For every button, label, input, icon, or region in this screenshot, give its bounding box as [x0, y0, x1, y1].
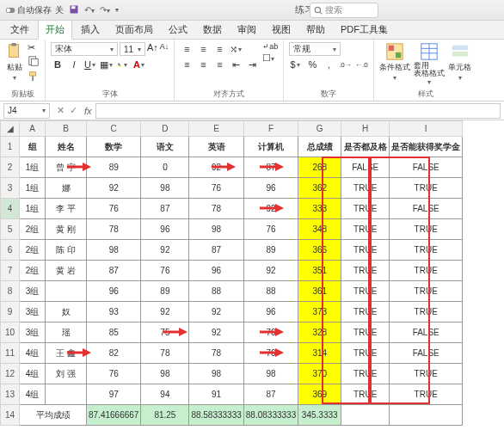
format-painter-icon[interactable] [28, 71, 40, 84]
comma-icon[interactable]: , [322, 58, 335, 71]
cell[interactable]: 85 [87, 322, 141, 343]
col-header-E[interactable]: E [189, 121, 243, 137]
cell[interactable]: 刘 强 [46, 364, 87, 384]
cell[interactable]: 娜 [46, 178, 87, 199]
cell[interactable]: 87 [87, 261, 141, 281]
cell[interactable]: 1组 [20, 199, 46, 219]
avg-cell[interactable]: 88.08333333 [243, 405, 298, 426]
search-input[interactable]: 搜索 [310, 3, 378, 18]
cell[interactable]: 76 [243, 343, 298, 364]
cell[interactable]: FALSE [390, 343, 463, 364]
increase-font-icon[interactable]: A↑ [147, 42, 158, 56]
row-header-5[interactable]: 5 [1, 219, 20, 240]
cell[interactable]: 2组 [20, 219, 46, 240]
tab-公式[interactable]: 公式 [162, 21, 194, 39]
cell[interactable]: 92 [243, 261, 298, 281]
cell[interactable]: 92 [189, 322, 243, 343]
autosave-toggle[interactable]: 自动保存 关 [5, 4, 64, 16]
cell[interactable]: TRUE [341, 178, 390, 199]
cell[interactable]: 92 [141, 240, 189, 261]
wrap-text-button[interactable]: ⤶ab [262, 42, 278, 51]
cell[interactable]: 314 [298, 343, 341, 364]
cell[interactable]: 96 [87, 281, 141, 302]
cell[interactable]: 87 [141, 199, 189, 219]
cell[interactable]: 96 [243, 302, 298, 322]
cell[interactable]: 82 [87, 343, 141, 364]
cell[interactable]: 98 [141, 364, 189, 384]
cell[interactable]: 93 [87, 302, 141, 322]
font-size-select[interactable]: 11▾ [120, 42, 145, 56]
cell[interactable]: TRUE [390, 364, 463, 384]
cell[interactable]: 76 [87, 364, 141, 384]
cell[interactable]: 98 [189, 364, 243, 384]
cell[interactable]: TRUE [390, 240, 463, 261]
cell[interactable]: TRUE [341, 219, 390, 240]
cell[interactable]: 96 [189, 261, 243, 281]
font-color-icon[interactable]: A▾ [132, 58, 146, 71]
cell[interactable]: 91 [189, 384, 243, 405]
row-header-2[interactable]: 2 [1, 157, 20, 178]
save-icon[interactable] [69, 4, 79, 16]
cell[interactable]: 87 [243, 384, 298, 405]
tab-插入[interactable]: 插入 [74, 21, 107, 39]
align-center-icon[interactable]: ≡ [196, 58, 210, 71]
merge-button[interactable]: ☐▾ [262, 52, 278, 64]
align-bottom-icon[interactable]: ≡ [212, 42, 226, 56]
cell[interactable]: 瑶 [46, 322, 87, 343]
cell[interactable]: 黄 刚 [46, 219, 87, 240]
col-header-C[interactable]: C [87, 121, 141, 137]
indent-decrease-icon[interactable]: ⇤ [229, 58, 243, 71]
cell[interactable]: 87 [243, 157, 298, 178]
cell[interactable]: 陈 印 [46, 240, 87, 261]
fill-color-icon[interactable]: ▾ [116, 58, 130, 71]
cell[interactable]: FALSE [390, 199, 463, 219]
cell[interactable]: 92 [243, 199, 298, 219]
cell[interactable]: 92 [141, 302, 189, 322]
avg-cell[interactable]: 88.58333333 [189, 405, 243, 426]
cell[interactable]: 4组 [20, 364, 46, 384]
cell[interactable]: TRUE [390, 384, 463, 405]
row-header-10[interactable]: 10 [1, 322, 20, 343]
header-cell[interactable]: 是否都及格 [341, 137, 390, 157]
cell[interactable]: 92 [189, 157, 243, 178]
align-middle-icon[interactable]: ≡ [196, 42, 210, 56]
col-header-G[interactable]: G [298, 121, 341, 137]
cell[interactable]: 328 [298, 322, 341, 343]
cell[interactable]: 89 [243, 240, 298, 261]
percent-icon[interactable]: % [305, 58, 319, 71]
conditional-format-button[interactable]: 条件格式▾ [379, 42, 410, 82]
cell[interactable]: 王 鑫 [46, 343, 87, 364]
cell[interactable]: 94 [141, 384, 189, 405]
align-top-icon[interactable]: ≡ [180, 42, 194, 56]
format-table-button[interactable]: 套用 表格格式▾ [414, 42, 445, 86]
cell[interactable]: 361 [298, 281, 341, 302]
cell[interactable]: 373 [298, 302, 341, 322]
worksheet[interactable]: ◢ABCDEFGHI1组姓名数学语文英语计算机总成绩是否都及格是否能获得奖学金2… [0, 120, 504, 430]
cell[interactable]: 78 [87, 219, 141, 240]
tab-页面布局[interactable]: 页面布局 [108, 21, 160, 39]
align-right-icon[interactable]: ≡ [212, 58, 226, 71]
cell[interactable]: TRUE [341, 199, 390, 219]
row-header-6[interactable]: 6 [1, 240, 20, 261]
cell[interactable]: 76 [87, 199, 141, 219]
cell[interactable]: 76 [141, 261, 189, 281]
cell[interactable]: 3组 [20, 302, 46, 322]
cell[interactable]: TRUE [390, 302, 463, 322]
name-box[interactable]: J4▾ [3, 103, 50, 119]
row-header-13[interactable]: 13 [1, 384, 20, 405]
cell[interactable] [46, 281, 87, 302]
cell[interactable]: 366 [298, 240, 341, 261]
cell[interactable]: 268 [298, 157, 341, 178]
cell[interactable]: TRUE [390, 261, 463, 281]
redo-icon[interactable]: ↷▾ [100, 5, 110, 15]
cell[interactable]: TRUE [341, 240, 390, 261]
cell[interactable]: 李 平 [46, 199, 87, 219]
cell[interactable]: 4组 [20, 384, 46, 405]
tab-帮助[interactable]: 帮助 [299, 21, 332, 39]
tab-文件[interactable]: 文件 [3, 21, 36, 39]
tab-开始[interactable]: 开始 [38, 20, 72, 40]
italic-icon[interactable]: I [67, 58, 81, 71]
cell[interactable]: TRUE [341, 302, 390, 322]
cell[interactable]: FALSE [390, 157, 463, 178]
cell[interactable]: 369 [298, 384, 341, 405]
